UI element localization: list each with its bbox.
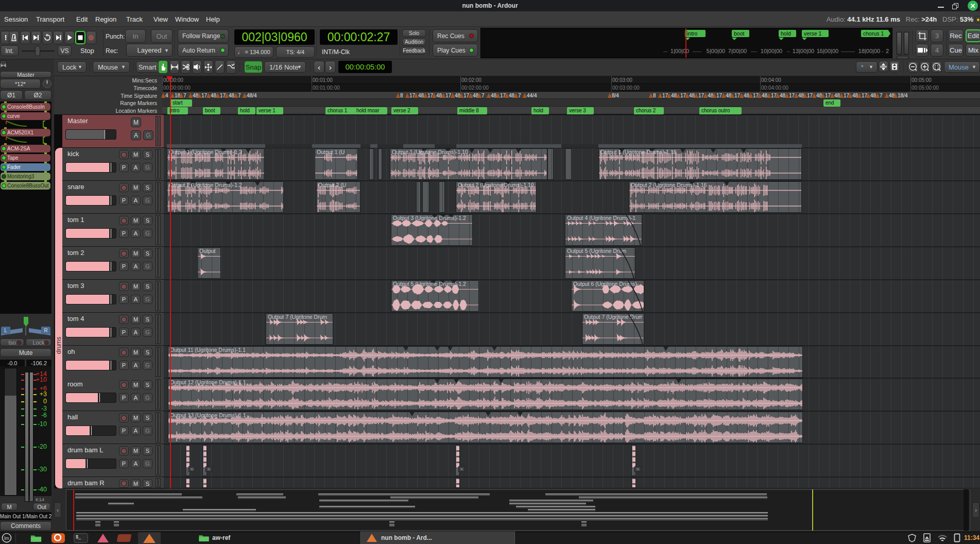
svg-text:[]: [] <box>934 65 939 70</box>
svg-text:lm: lm <box>4 536 9 541</box>
svg-text:!: ! <box>5 33 7 42</box>
